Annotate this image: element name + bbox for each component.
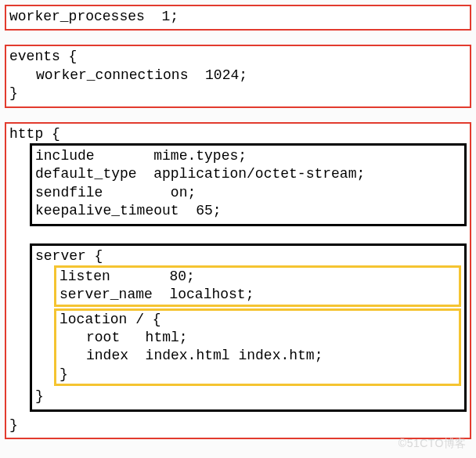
code-line: } <box>9 417 467 435</box>
code-line: keepalive_timeout 65; <box>35 202 461 220</box>
http-globals-box: include mime.types; default_type applica… <box>30 143 467 226</box>
code-line: http { <box>9 125 467 143</box>
directive-worker-processes-box: worker_processes 1; <box>5 5 471 31</box>
code-line: index index.html index.htm; <box>60 347 456 365</box>
listen-block-box: listen 80; server_name localhost; <box>54 265 461 307</box>
code-line: root html; <box>60 329 456 347</box>
code-line: events { <box>9 48 467 66</box>
http-block-box: http { include mime.types; default_type … <box>5 122 471 439</box>
code-line: worker_processes 1; <box>9 8 467 26</box>
code-line: } <box>60 366 456 384</box>
code-line: } <box>9 85 467 103</box>
events-block-box: events { worker_connections 1024; } <box>5 45 471 107</box>
code-line: server { <box>35 247 461 265</box>
code-line: default_type application/octet-stream; <box>35 165 461 183</box>
code-line: worker_connections 1024; <box>9 67 467 85</box>
code-line: server_name localhost; <box>60 286 456 304</box>
server-block-box: server { listen 80; server_name localhos… <box>30 243 467 412</box>
code-line: location / { <box>60 311 456 329</box>
code-line: include mime.types; <box>35 147 461 165</box>
code-line: } <box>35 388 461 406</box>
location-block-box: location / { root html; index index.html… <box>54 308 461 387</box>
code-line: sendfile on; <box>35 184 461 202</box>
code-line: listen 80; <box>60 268 456 286</box>
